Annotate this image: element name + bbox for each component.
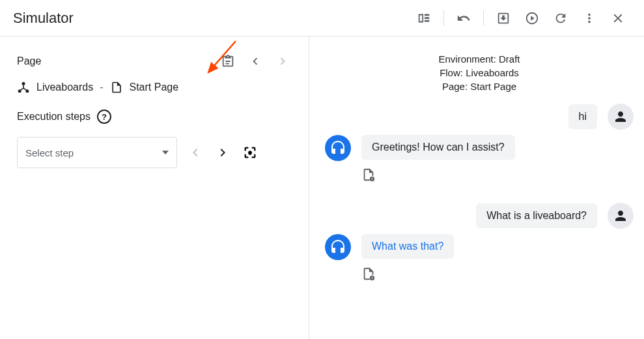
undo-button[interactable] xyxy=(451,5,477,31)
undo-icon xyxy=(456,11,471,25)
svg-point-4 xyxy=(248,151,252,155)
user-message-bubble: hi xyxy=(568,104,597,129)
help-button[interactable]: ? xyxy=(97,110,111,124)
bot-message-bubble: Greetings! How can I assist? xyxy=(361,135,515,160)
headset-icon xyxy=(330,239,346,255)
page-next-button[interactable] xyxy=(273,52,292,70)
bot-message-row: Greetings! How can I assist? i xyxy=(325,135,634,184)
help-icon: ? xyxy=(102,112,107,122)
person-icon xyxy=(613,109,628,125)
divider xyxy=(443,10,444,26)
step-next-button[interactable] xyxy=(214,143,232,162)
user-message-row: What is a liveaboard? xyxy=(325,203,634,229)
page-label: Page xyxy=(17,55,41,67)
main: Page Liveaboards - Start Page Execution xyxy=(0,37,644,339)
select-step-dropdown[interactable]: Select step xyxy=(17,137,177,168)
header-actions xyxy=(411,5,631,31)
left-panel: Page Liveaboards - Start Page Execution xyxy=(0,37,309,339)
clipboard-button[interactable] xyxy=(219,52,237,70)
chevron-right-icon xyxy=(275,54,290,68)
exec-steps-header: Execution steps ? xyxy=(17,110,292,124)
toggle-panel-button[interactable] xyxy=(411,5,437,31)
chevron-right-icon xyxy=(215,145,231,160)
play-button[interactable] xyxy=(519,5,545,31)
breadcrumb-separator: - xyxy=(100,81,103,93)
chevron-left-icon xyxy=(248,54,262,68)
bot-message-column: Greetings! How can I assist? i xyxy=(361,135,515,184)
exec-label: Execution steps xyxy=(17,111,91,123)
user-message-bubble: What is a liveaboard? xyxy=(476,203,597,228)
save-button[interactable] xyxy=(490,5,516,31)
chevron-left-icon xyxy=(188,145,203,160)
page-title: Simulator xyxy=(13,10,74,27)
refresh-button[interactable] xyxy=(548,5,574,31)
clipboard-icon xyxy=(221,54,235,68)
select-step-placeholder: Select step xyxy=(25,147,74,158)
breadcrumb-page[interactable]: Start Page xyxy=(130,81,179,93)
flow-icon xyxy=(17,81,30,94)
close-button[interactable] xyxy=(605,5,631,31)
chat-panel: Environment: Draft Flow: Liveaboards Pag… xyxy=(309,37,644,339)
response-info-button[interactable]: i xyxy=(361,168,515,184)
close-icon xyxy=(611,11,625,25)
refresh-icon xyxy=(553,11,568,25)
bot-avatar xyxy=(325,135,351,161)
page-prev-button[interactable] xyxy=(246,52,264,70)
page-icon xyxy=(110,81,123,94)
focus-button[interactable] xyxy=(241,143,259,162)
context-page: Page: Start Page xyxy=(325,80,634,93)
context-flow: Flow: Liveaboards xyxy=(325,66,634,80)
bot-avatar xyxy=(325,234,351,260)
save-icon xyxy=(496,11,511,25)
more-button[interactable] xyxy=(576,5,602,31)
breadcrumb-flow[interactable]: Liveaboards xyxy=(36,81,93,93)
center-focus-icon xyxy=(243,145,257,160)
step-prev-button[interactable] xyxy=(186,143,204,162)
page-section-header: Page xyxy=(17,52,292,70)
panel-icon xyxy=(417,11,431,25)
svg-point-3 xyxy=(25,89,29,93)
svg-point-1 xyxy=(22,82,25,85)
more-vert-icon xyxy=(582,11,596,25)
response-info-button[interactable]: i xyxy=(361,267,454,284)
doc-info-icon: i xyxy=(361,267,376,281)
doc-info-icon: i xyxy=(361,168,376,182)
headset-icon xyxy=(330,140,346,156)
context-info: Environment: Draft Flow: Liveaboards Pag… xyxy=(325,52,634,93)
bot-message-bubble[interactable]: What was that? xyxy=(361,234,454,259)
bot-message-row: What was that? i xyxy=(325,234,634,284)
breadcrumb: Liveaboards - Start Page xyxy=(17,81,292,94)
bot-message-column: What was that? i xyxy=(361,234,454,284)
person-icon xyxy=(613,208,628,224)
user-avatar xyxy=(608,104,634,130)
user-message-row: hi xyxy=(325,104,634,130)
user-avatar xyxy=(608,203,634,229)
page-nav-icons xyxy=(219,52,292,70)
svg-point-2 xyxy=(18,89,21,93)
play-circle-icon xyxy=(525,11,539,25)
step-controls: Select step xyxy=(17,137,292,168)
header: Simulator xyxy=(0,0,644,37)
context-environment: Environment: Draft xyxy=(325,52,634,66)
divider xyxy=(483,10,484,26)
caret-down-icon xyxy=(162,151,169,155)
